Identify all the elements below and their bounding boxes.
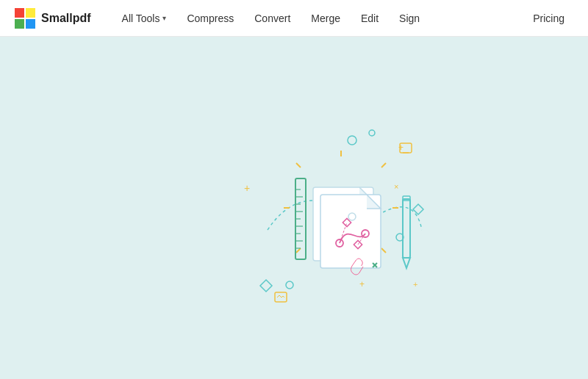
svg-rect-3 xyxy=(26,19,35,29)
nav-item-pricing[interactable]: Pricing xyxy=(524,8,573,29)
svg-line-24 xyxy=(296,248,301,253)
hero-illustration: + + + + × × xyxy=(223,98,459,318)
nav-links: All Tools ▾ Compress Convert Merge Edit … xyxy=(113,8,525,29)
svg-point-10 xyxy=(348,136,356,145)
logo-link[interactable]: Smallpdf xyxy=(15,8,91,29)
svg-line-22 xyxy=(296,163,301,167)
svg-text:+: + xyxy=(413,280,417,289)
nav-right: Pricing xyxy=(524,8,573,29)
nav-item-all-tools[interactable]: All Tools ▾ xyxy=(113,8,176,29)
chevron-down-icon: ▾ xyxy=(162,14,166,22)
svg-text:+: + xyxy=(244,182,250,194)
nav-item-sign[interactable]: Sign xyxy=(390,8,429,29)
svg-marker-37 xyxy=(403,258,410,268)
logo-icon xyxy=(15,8,35,29)
nav-item-convert[interactable]: Convert xyxy=(245,8,299,29)
svg-line-25 xyxy=(381,248,386,253)
svg-point-13 xyxy=(286,281,293,289)
main-content: + + + + × × xyxy=(0,37,588,379)
nav-item-edit[interactable]: Edit xyxy=(352,8,387,29)
svg-text:+: + xyxy=(359,279,365,289)
svg-marker-14 xyxy=(260,280,272,292)
svg-rect-2 xyxy=(15,19,24,29)
svg-point-11 xyxy=(369,130,375,136)
nav-item-merge[interactable]: Merge xyxy=(302,8,349,29)
svg-line-23 xyxy=(381,163,386,167)
logo-text: Smallpdf xyxy=(41,12,91,25)
nav-item-compress[interactable]: Compress xyxy=(178,8,243,29)
header: Smallpdf All Tools ▾ Compress Convert Me… xyxy=(0,0,588,37)
svg-text:×: × xyxy=(394,182,398,191)
svg-text:+: + xyxy=(398,142,404,153)
svg-rect-1 xyxy=(26,8,35,18)
svg-rect-0 xyxy=(15,8,24,18)
svg-marker-15 xyxy=(413,204,423,214)
